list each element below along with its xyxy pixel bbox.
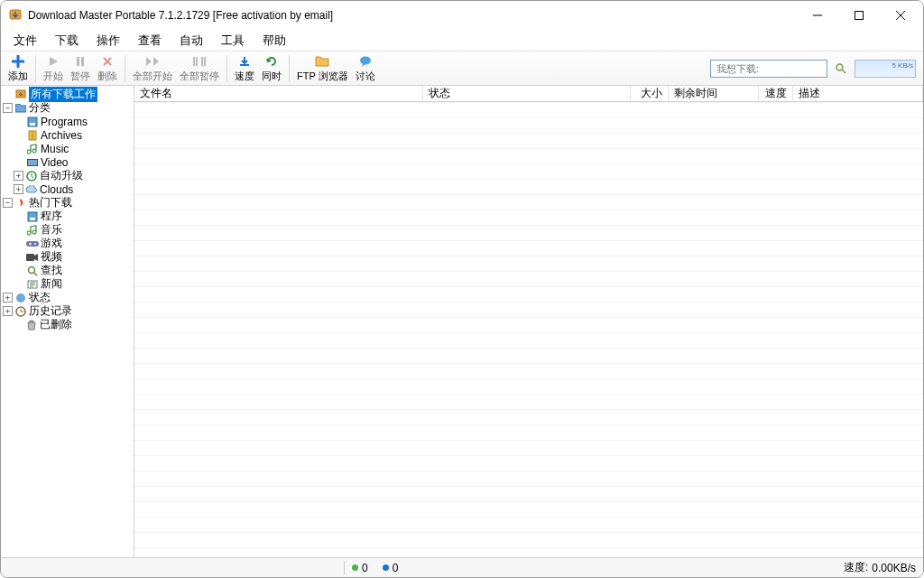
start-all-button[interactable]: 全部开始 (129, 53, 176, 84)
svg-point-24 (16, 294, 25, 303)
tree-clouds[interactable]: + Clouds (1, 182, 134, 196)
plus-icon (11, 54, 25, 69)
add-button[interactable]: 添加 (5, 53, 32, 84)
collapse-icon[interactable]: − (3, 198, 13, 208)
simultaneous-button[interactable]: 同时 (258, 53, 285, 84)
tree-pop-news[interactable]: 新闻 (1, 277, 134, 291)
cloud-icon (25, 183, 38, 196)
svg-point-8 (360, 56, 371, 64)
menu-action[interactable]: 操作 (88, 31, 129, 51)
maximize-button[interactable] (838, 1, 880, 30)
menubar: 文件 下载 操作 查看 自动 工具 帮助 (1, 30, 923, 51)
discuss-button[interactable]: 讨论 (352, 53, 379, 84)
svg-rect-21 (26, 254, 34, 261)
tree-pop-games[interactable]: 游戏 (1, 237, 134, 250)
history-icon (14, 305, 27, 318)
pause-button[interactable]: 暂停 (67, 53, 94, 84)
svg-rect-1 (855, 12, 864, 20)
update-icon (25, 170, 38, 182)
start-button[interactable]: 开始 (40, 53, 67, 84)
tree-deleted[interactable]: 已删除 (1, 318, 134, 331)
col-desc[interactable]: 描述 (793, 86, 923, 101)
svg-rect-19 (26, 241, 39, 247)
video-icon (26, 156, 39, 169)
chat-icon (358, 54, 373, 69)
tree-pop-programs[interactable]: 程序 (1, 210, 134, 223)
trash-icon (25, 319, 38, 331)
delete-button[interactable]: 删除 (94, 53, 121, 84)
column-headers[interactable]: 文件名 状态 大小 剩余时间 速度 描述 (134, 86, 923, 102)
speed-button[interactable]: 速度 (231, 53, 258, 84)
tree-pop-search[interactable]: 查找 (1, 264, 134, 277)
tree-archives[interactable]: Archives (1, 128, 134, 142)
body: 所有下载工作 − 分类 Programs Archives Music V (1, 86, 923, 557)
expand-icon[interactable]: + (3, 306, 13, 316)
tree-pop-video[interactable]: 视频 (1, 250, 134, 264)
pause-all-icon (192, 54, 207, 69)
delete-icon (100, 54, 115, 69)
tree-music[interactable]: Music (1, 142, 134, 155)
music-icon (26, 143, 39, 155)
menu-auto[interactable]: 自动 (171, 31, 212, 51)
menu-view[interactable]: 查看 (129, 31, 171, 51)
toolbar: 添加 开始 暂停 删除 全部开始 (1, 51, 923, 86)
menu-help[interactable]: 帮助 (254, 31, 295, 51)
tree-popular[interactable]: − 热门下载 (1, 196, 134, 210)
tree-history[interactable]: + 历史记录 (1, 304, 134, 318)
download-list-panel: 文件名 状态 大小 剩余时间 速度 描述 (134, 86, 923, 557)
tree-status[interactable]: + 状态 (1, 291, 134, 304)
status-active: 0 (345, 562, 375, 574)
titlebar[interactable]: Download Master Portable 7.1.2.1729 [Fre… (1, 1, 923, 30)
svg-point-9 (836, 64, 843, 70)
expand-icon[interactable]: + (14, 184, 23, 194)
play-icon (46, 54, 60, 69)
menu-file[interactable]: 文件 (5, 31, 46, 51)
expand-icon[interactable]: + (3, 293, 13, 303)
pause-all-button[interactable]: 全部暂停 (176, 53, 223, 84)
status-queued: 0 (375, 562, 406, 574)
col-state[interactable]: 状态 (423, 86, 631, 101)
svg-point-20 (34, 243, 36, 245)
svg-rect-6 (201, 57, 203, 66)
tree-programs[interactable]: Programs (1, 115, 134, 128)
expand-icon[interactable]: + (14, 171, 23, 181)
category-tree[interactable]: 所有下载工作 − 分类 Programs Archives Music V (1, 86, 134, 557)
archive-icon (26, 129, 39, 142)
download-icon (14, 89, 27, 101)
close-button[interactable] (880, 1, 921, 30)
minimize-button[interactable] (797, 1, 838, 30)
search-box[interactable] (710, 60, 827, 78)
col-speed[interactable]: 速度 (759, 86, 793, 101)
speed-graph[interactable]: 5 KB/s (855, 60, 916, 78)
pause-icon (73, 54, 88, 69)
svg-rect-3 (81, 57, 84, 66)
tree-auto-update[interactable]: + 自动升级 (1, 169, 134, 182)
window-title: Download Master Portable 7.1.2.1729 [Fre… (28, 9, 333, 22)
search-icon[interactable] (835, 62, 847, 75)
col-size[interactable]: 大小 (631, 86, 669, 101)
green-dot-icon (352, 564, 358, 571)
col-filename[interactable]: 文件名 (134, 86, 423, 101)
tree-video[interactable]: Video (1, 155, 134, 169)
game-icon (26, 238, 39, 250)
collapse-icon[interactable]: − (3, 103, 13, 113)
ftp-browser-button[interactable]: FTP 浏览器 (293, 53, 352, 84)
folder-icon (14, 102, 27, 115)
svg-rect-12 (30, 123, 35, 126)
speed-icon (237, 54, 252, 69)
folder-icon (315, 54, 329, 69)
menu-tools[interactable]: 工具 (212, 31, 254, 51)
col-time-left[interactable]: 剩余时间 (669, 86, 759, 101)
tree-pop-music[interactable]: 音乐 (1, 223, 134, 237)
search-input[interactable] (715, 62, 823, 75)
tree-categories[interactable]: − 分类 (1, 101, 134, 115)
blue-dot-icon (383, 564, 389, 571)
disk-icon (26, 210, 39, 223)
news-icon (26, 278, 39, 291)
tree-all-jobs[interactable]: 所有下载工作 (1, 88, 134, 101)
download-grid[interactable] (134, 102, 923, 557)
svg-rect-18 (30, 218, 35, 220)
app-window: Download Master Portable 7.1.2.1729 [Fre… (0, 0, 924, 578)
status-icon (14, 292, 27, 304)
menu-download[interactable]: 下载 (46, 31, 88, 51)
